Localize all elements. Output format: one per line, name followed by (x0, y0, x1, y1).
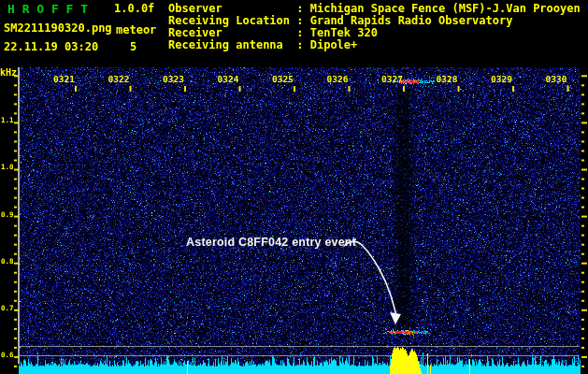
y-tick-label: 1.1 (1, 117, 14, 124)
x-tick-label: 0325 (272, 75, 294, 84)
y-tick-label: 0.6 (1, 352, 14, 359)
y-tick-label: 0.7 (1, 305, 14, 312)
hrofft-window: H R O F F T 1.0.0f SM2211190320.png mete… (0, 0, 588, 374)
x-tick-label: 0328 (437, 75, 458, 84)
y-axis-unit-label: kHz (0, 68, 17, 79)
annotation-arrow-icon (332, 232, 416, 330)
station-info-row: Observer : Michigan Space Fence (MSF)-J.… (168, 3, 581, 15)
x-tick-label: 0327 (381, 75, 403, 84)
x-tick-label: 0330 (546, 75, 567, 84)
meteor-count: 5 (130, 41, 136, 53)
y-tick-label: 0.8 (1, 258, 14, 266)
spectrogram-canvas (0, 0, 588, 374)
datetime-stamp: 22.11.19 03:20 (4, 41, 98, 53)
output-filename: SM2211190320.png (4, 22, 112, 35)
station-info-row: Receiving Location : Grand Rapids Radio … (168, 15, 512, 27)
mode-label: meteor (116, 24, 156, 36)
x-tick-label: 0322 (108, 75, 130, 84)
app-title: H R O F F T (7, 3, 88, 16)
station-info-row: Receiver : TenTek 320 (168, 27, 378, 39)
x-tick-label: 0323 (163, 75, 184, 84)
app-version: 1.0.0f (114, 3, 154, 15)
x-tick-label: 0329 (491, 75, 512, 84)
x-tick-label: 0324 (218, 75, 239, 84)
annotation-text: Asteroid C8FF042 entry event (186, 237, 356, 249)
y-tick-label: 0.9 (1, 211, 14, 219)
station-info-row: Receiving antenna : Dipole+ (168, 39, 357, 51)
y-tick-label: 1.0 (1, 164, 14, 171)
x-tick-label: 0321 (53, 75, 75, 84)
x-tick-label: 0326 (327, 75, 349, 84)
